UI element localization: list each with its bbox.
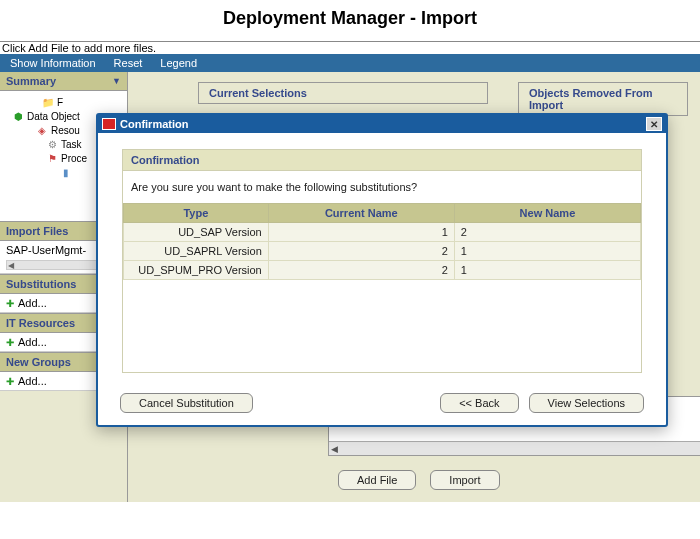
cell-type: UD_SAPRL Version (124, 242, 269, 261)
it-resources-add-link[interactable]: Add... (6, 336, 47, 348)
process-icon: ⚑ (46, 152, 58, 164)
import-button[interactable]: Import (430, 470, 499, 490)
page-title: Deployment Manager - Import (0, 0, 700, 41)
back-button[interactable]: << Back (440, 393, 518, 413)
task-icon: ⚙ (46, 138, 58, 150)
objects-removed-panel: Objects Removed From Import (518, 82, 688, 116)
tree-process: Proce (61, 153, 87, 164)
oracle-logo-icon (102, 118, 116, 130)
objects-removed-title: Objects Removed From Import (529, 87, 652, 111)
table-row: UD_SAP Version 1 2 (124, 223, 641, 242)
data-object-icon: ⬢ (12, 110, 24, 122)
scroll-left-icon[interactable]: ◀ (331, 444, 338, 454)
cancel-substitution-button[interactable]: Cancel Substitution (120, 393, 253, 413)
substitution-table: Type Current Name New Name UD_SAP Versio… (123, 203, 641, 280)
current-selections-panel: Current Selections (198, 82, 488, 104)
horizontal-scrollbar[interactable]: ◀ ▶ (329, 441, 700, 455)
tree-resource: Resou (51, 125, 80, 136)
cell-new: 1 (454, 242, 640, 261)
hint-text: Click Add File to add more files. (0, 41, 700, 54)
cell-current: 2 (268, 242, 454, 261)
summary-label: Summary (6, 75, 56, 87)
tree-data-object: Data Object (27, 111, 80, 122)
new-groups-add-link[interactable]: Add... (6, 375, 47, 387)
dialog-titlebar[interactable]: Confirmation ✕ (98, 115, 666, 133)
cell-type: UD_SAP Version (124, 223, 269, 242)
confirmation-header: Confirmation (123, 150, 641, 171)
sidebar-summary-header[interactable]: Summary ▼ (0, 72, 127, 91)
cell-current: 1 (268, 223, 454, 242)
tree-task: Task (61, 139, 82, 150)
table-row: UD_SPUM_PRO Version 2 1 (124, 261, 641, 280)
collapse-icon: ▼ (112, 76, 121, 86)
col-current-name: Current Name (268, 204, 454, 223)
folder-icon: 📁 (42, 96, 54, 108)
substitutions-add-link[interactable]: Add... (6, 297, 47, 309)
cell-new: 2 (454, 223, 640, 242)
menu-legend[interactable]: Legend (160, 57, 197, 69)
current-selections-title: Current Selections (209, 87, 307, 99)
resource-icon: ◈ (36, 124, 48, 136)
confirmation-panel: Confirmation Are you sure you want to ma… (122, 149, 642, 373)
close-icon[interactable]: ✕ (646, 117, 662, 131)
confirmation-dialog: Confirmation ✕ Confirmation Are you sure… (96, 113, 668, 427)
cell-type: UD_SPUM_PRO Version (124, 261, 269, 280)
tree-root-label: F (57, 97, 63, 108)
col-type: Type (124, 204, 269, 223)
menu-reset[interactable]: Reset (114, 57, 143, 69)
menubar: Show Information Reset Legend (0, 54, 700, 72)
table-row: UD_SAPRL Version 2 1 (124, 242, 641, 261)
menu-show-information[interactable]: Show Information (10, 57, 96, 69)
dialog-title: Confirmation (120, 118, 188, 130)
dialog-body: Confirmation Are you sure you want to ma… (98, 133, 666, 381)
import-file-item[interactable]: SAP-UserMgmt- (6, 244, 86, 256)
add-file-button[interactable]: Add File (338, 470, 416, 490)
view-selections-button[interactable]: View Selections (529, 393, 644, 413)
bottom-button-row: Add File Import (338, 470, 500, 490)
confirmation-question: Are you sure you want to make the follow… (123, 171, 641, 203)
col-new-name: New Name (454, 204, 640, 223)
dialog-button-row: Cancel Substitution << Back View Selecti… (98, 381, 666, 425)
cell-current: 2 (268, 261, 454, 280)
leaf-icon: ▮ (60, 166, 72, 178)
cell-new: 1 (454, 261, 640, 280)
